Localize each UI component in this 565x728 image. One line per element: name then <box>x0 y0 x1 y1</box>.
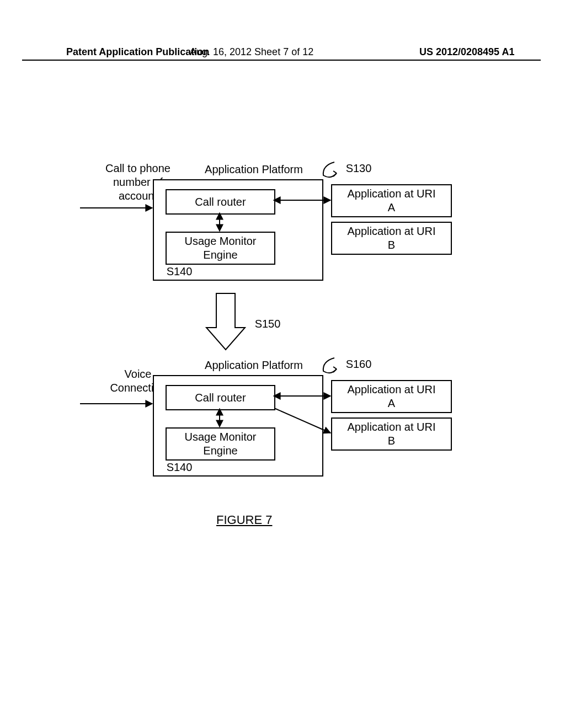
figure-label: FIGURE 7 <box>216 513 272 527</box>
bottom-arrows <box>0 0 565 728</box>
svg-line-5 <box>274 408 331 433</box>
